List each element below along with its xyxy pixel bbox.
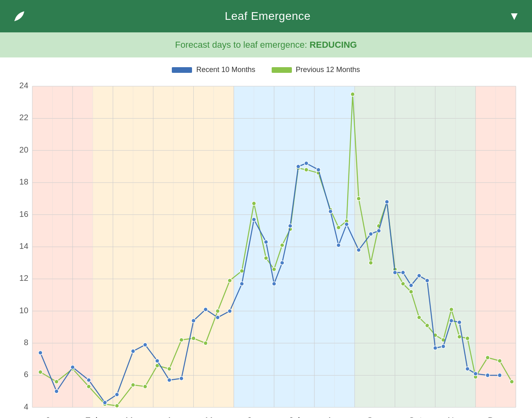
svg-point-130 xyxy=(288,224,292,228)
svg-point-92 xyxy=(357,197,361,201)
svg-point-129 xyxy=(280,261,284,265)
forecast-text: Forecast days to leaf emergence: REDUCIN… xyxy=(175,40,357,50)
svg-point-139 xyxy=(377,229,381,233)
page-title: Leaf Emergence xyxy=(225,10,310,23)
svg-point-74 xyxy=(179,338,184,342)
svg-text:10: 10 xyxy=(19,306,28,315)
svg-text:Oct: Oct xyxy=(408,416,422,418)
svg-point-116 xyxy=(131,349,135,353)
svg-point-73 xyxy=(167,367,171,371)
svg-point-124 xyxy=(228,309,232,313)
svg-point-143 xyxy=(409,283,413,287)
svg-point-142 xyxy=(401,270,405,274)
svg-point-70 xyxy=(131,383,135,387)
svg-point-121 xyxy=(192,318,196,323)
svg-point-91 xyxy=(350,92,355,96)
svg-point-133 xyxy=(317,168,321,172)
forecast-prefix: Forecast days to leaf emergence: xyxy=(175,40,310,50)
svg-point-149 xyxy=(457,320,461,324)
svg-point-82 xyxy=(272,267,276,271)
svg-point-137 xyxy=(357,248,361,252)
svg-point-123 xyxy=(215,316,220,320)
svg-point-103 xyxy=(450,308,454,312)
svg-point-125 xyxy=(240,282,244,286)
legend-color-recent xyxy=(172,67,192,73)
legend-color-previous xyxy=(272,67,292,73)
svg-point-104 xyxy=(457,335,461,339)
svg-point-140 xyxy=(385,200,389,204)
svg-point-114 xyxy=(103,401,107,405)
legend-item-recent: Recent 10 Months xyxy=(172,66,255,74)
chart-svg: 4681012141618202224JanFebMarAprMayJunJul… xyxy=(8,82,524,418)
svg-point-109 xyxy=(510,380,514,384)
svg-point-97 xyxy=(401,282,405,286)
svg-point-136 xyxy=(344,222,348,226)
app-container: Leaf Emergence ▼ Forecast days to leaf e… xyxy=(0,0,532,418)
svg-point-120 xyxy=(179,376,184,380)
svg-text:Jul: Jul xyxy=(289,416,300,418)
chevron-down-icon[interactable]: ▼ xyxy=(509,10,520,23)
svg-text:Dec: Dec xyxy=(488,416,504,418)
svg-point-64 xyxy=(38,370,42,374)
svg-point-141 xyxy=(393,270,397,274)
svg-point-67 xyxy=(87,384,91,388)
svg-point-113 xyxy=(87,378,91,382)
chart-area: 4681012141618202224JanFebMarAprMayJunJul… xyxy=(8,82,524,418)
svg-point-128 xyxy=(272,282,276,286)
svg-point-76 xyxy=(204,341,208,345)
svg-point-99 xyxy=(417,316,421,320)
legend-item-previous: Previous 12 Months xyxy=(272,66,360,74)
svg-point-115 xyxy=(115,393,119,397)
svg-text:6: 6 xyxy=(24,370,28,379)
svg-point-100 xyxy=(425,323,429,327)
svg-point-111 xyxy=(55,389,59,393)
svg-text:16: 16 xyxy=(19,210,28,219)
svg-text:14: 14 xyxy=(19,242,28,250)
svg-point-117 xyxy=(143,343,147,347)
svg-text:Mar: Mar xyxy=(125,416,141,418)
svg-point-118 xyxy=(155,359,159,363)
svg-text:Jan: Jan xyxy=(45,416,59,418)
legend-label-recent: Recent 10 Months xyxy=(196,66,255,74)
svg-point-150 xyxy=(465,367,469,371)
svg-text:12: 12 xyxy=(19,274,28,282)
header: Leaf Emergence ▼ xyxy=(0,0,532,32)
svg-text:4: 4 xyxy=(24,402,28,411)
svg-point-77 xyxy=(215,309,220,313)
svg-point-147 xyxy=(441,344,445,348)
svg-point-78 xyxy=(228,278,232,282)
svg-point-144 xyxy=(417,274,421,278)
leaf-icon xyxy=(12,9,27,23)
svg-point-93 xyxy=(369,261,373,265)
svg-text:Apr: Apr xyxy=(167,416,180,418)
svg-text:20: 20 xyxy=(19,145,28,154)
svg-point-153 xyxy=(498,373,502,377)
forecast-banner: Forecast days to leaf emergence: REDUCIN… xyxy=(0,32,532,57)
svg-point-132 xyxy=(304,161,308,166)
svg-point-110 xyxy=(38,351,42,355)
chart-container: Recent 10 Months Previous 12 Months 4681… xyxy=(0,57,532,418)
svg-point-81 xyxy=(264,256,268,260)
svg-point-89 xyxy=(336,225,340,229)
svg-text:8: 8 xyxy=(24,338,28,347)
svg-point-122 xyxy=(204,308,208,312)
svg-point-79 xyxy=(240,269,244,273)
svg-point-145 xyxy=(425,278,429,282)
svg-point-105 xyxy=(465,336,469,340)
svg-text:18: 18 xyxy=(19,177,28,186)
legend-label-previous: Previous 12 Months xyxy=(296,66,360,74)
svg-text:24: 24 xyxy=(19,82,28,90)
svg-point-72 xyxy=(155,364,159,368)
svg-point-112 xyxy=(71,365,75,369)
svg-point-69 xyxy=(115,404,119,408)
svg-text:Sep: Sep xyxy=(367,416,383,418)
svg-text:Feb: Feb xyxy=(85,416,101,418)
svg-point-71 xyxy=(143,384,147,388)
svg-point-135 xyxy=(336,243,340,247)
svg-text:May: May xyxy=(205,416,222,418)
svg-text:22: 22 xyxy=(19,113,28,122)
svg-point-98 xyxy=(409,290,413,294)
svg-point-146 xyxy=(433,346,437,350)
svg-point-86 xyxy=(304,168,308,172)
svg-point-127 xyxy=(264,240,268,244)
